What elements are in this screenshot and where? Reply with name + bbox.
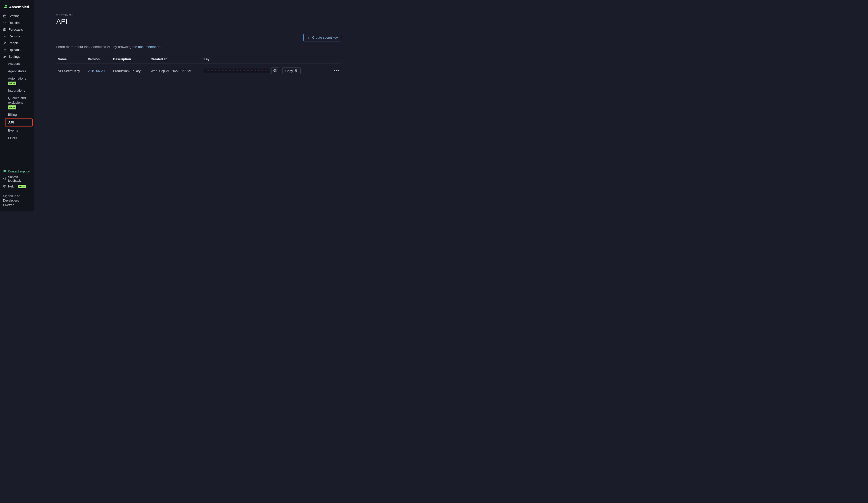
sidebar-sub-automations[interactable]: Automations NEW bbox=[5, 75, 33, 87]
people-icon bbox=[3, 41, 7, 45]
question-icon bbox=[3, 185, 6, 189]
th-version: Version bbox=[86, 55, 112, 64]
app-logo[interactable]: Assembled bbox=[0, 0, 34, 12]
sidebar-item-realtime[interactable]: Realtime bbox=[0, 19, 34, 26]
cell-created: Wed, Sep 21, 2022 2:27 AM bbox=[149, 64, 202, 78]
submit-feedback-link[interactable]: Submit feedback bbox=[1, 175, 32, 184]
upload-icon bbox=[3, 48, 7, 52]
th-name: Name bbox=[56, 55, 86, 64]
api-keys-table: Name Version Description Created at Key … bbox=[56, 55, 341, 78]
help-link[interactable]: Help NEW bbox=[1, 184, 32, 189]
sidebar-item-people[interactable]: People bbox=[0, 40, 34, 46]
megaphone-icon bbox=[3, 177, 6, 181]
sidebar-sub-events[interactable]: Events bbox=[5, 127, 33, 134]
account-switcher[interactable]: Signed in as Developers Fivetran bbox=[1, 193, 32, 208]
create-secret-key-button[interactable]: ＋ Create secret key bbox=[303, 34, 341, 41]
map-icon bbox=[3, 28, 7, 31]
sidebar-item-label: Forecasts bbox=[9, 28, 23, 31]
sidebar-sub-agent-states[interactable]: Agent states bbox=[5, 67, 33, 75]
signed-in-label: Signed in as bbox=[3, 194, 31, 198]
create-secret-key-label: Create secret key bbox=[312, 36, 338, 39]
breadcrumb: SETTINGS bbox=[56, 13, 341, 17]
sidebar-item-uploads[interactable]: Uploads bbox=[0, 46, 34, 53]
sidebar-item-settings[interactable]: Settings bbox=[0, 53, 34, 60]
sidebar-item-label: Reports bbox=[9, 34, 20, 38]
plus-icon: ＋ bbox=[307, 36, 310, 39]
row-actions: ••••••••••••••••••••••••••••••••••••••••… bbox=[204, 67, 340, 74]
help-label: Help bbox=[8, 185, 14, 188]
sidebar-sub-account[interactable]: Account bbox=[5, 60, 33, 67]
th-created: Created at bbox=[149, 55, 202, 64]
tools-icon bbox=[3, 55, 7, 59]
sidebar-item-reports[interactable]: Reports bbox=[0, 33, 34, 40]
chat-icon bbox=[3, 169, 6, 174]
svg-point-5 bbox=[275, 70, 276, 71]
table-header-row: Name Version Description Created at Key bbox=[56, 55, 341, 64]
svg-rect-0 bbox=[3, 15, 6, 17]
sidebar-item-forecasts[interactable]: Forecasts bbox=[0, 26, 34, 33]
sidebar-sub-integrations[interactable]: Integrations bbox=[5, 87, 33, 94]
sidebar-item-label: Settings bbox=[9, 55, 20, 59]
sidebar-sub-queues-exclusions[interactable]: Queues and exclusions NEW bbox=[5, 94, 33, 111]
sidebar-item-label: People bbox=[9, 41, 19, 45]
sidebar-item-label: Automations bbox=[8, 76, 26, 80]
new-badge: NEW bbox=[18, 185, 26, 188]
row-menu-button[interactable]: ••• bbox=[334, 68, 339, 74]
sidebar-item-label: Staffing bbox=[9, 14, 20, 18]
chevron-down-icon bbox=[29, 198, 32, 203]
intro-prefix: Learn more about the Assembled API by br… bbox=[56, 45, 138, 49]
chart-line-icon bbox=[3, 35, 7, 38]
sidebar-item-staffing[interactable]: Staffing bbox=[0, 12, 34, 19]
submit-feedback-label: Submit feedback bbox=[8, 176, 31, 182]
sidebar-sub-billing[interactable]: Billing bbox=[5, 111, 33, 118]
new-badge: NEW bbox=[8, 105, 16, 109]
divider bbox=[2, 191, 31, 191]
intro-text: Learn more about the Assembled API by br… bbox=[56, 45, 341, 49]
th-actions bbox=[302, 55, 341, 64]
logo-mark-icon bbox=[3, 4, 8, 9]
main-content: SETTINGS API ＋ Create secret key Learn m… bbox=[34, 0, 364, 211]
signed-in-company: Fivetran bbox=[3, 203, 31, 207]
eye-icon bbox=[273, 69, 277, 73]
cell-description: Production API key bbox=[112, 64, 149, 78]
table-row: API Secret Key 2019-06-20 Production API… bbox=[56, 64, 341, 78]
intro-suffix: . bbox=[160, 45, 161, 49]
cell-version-link[interactable]: 2019-06-20 bbox=[88, 69, 105, 73]
gauge-icon bbox=[3, 21, 7, 24]
sidebar: Assembled Staffing Realtime Forecasts Re… bbox=[0, 0, 34, 211]
sidebar-footer: Contact support Submit feedback Help NEW… bbox=[0, 167, 34, 211]
cell-name: API Secret Key bbox=[56, 64, 86, 78]
sidebar-item-label: Queues and exclusions bbox=[8, 96, 26, 104]
contact-support-label: Contact support bbox=[8, 170, 30, 173]
copy-label: Copy bbox=[285, 69, 293, 73]
contact-support-link[interactable]: Contact support bbox=[1, 168, 32, 175]
documentation-link[interactable]: documentation bbox=[138, 45, 161, 49]
th-key: Key bbox=[202, 55, 302, 64]
nav: Staffing Realtime Forecasts Reports Peop… bbox=[0, 12, 34, 167]
signed-in-org: Developers bbox=[3, 198, 31, 203]
sidebar-subnav: Account Agent states Automations NEW Int… bbox=[0, 60, 34, 142]
copy-key-button[interactable]: Copy bbox=[282, 67, 301, 74]
svg-point-2 bbox=[5, 42, 6, 42]
sidebar-item-label: Uploads bbox=[9, 48, 21, 52]
sidebar-sub-api[interactable]: API bbox=[5, 118, 33, 126]
sidebar-item-label: Realtime bbox=[9, 21, 21, 24]
th-description: Description bbox=[112, 55, 149, 64]
app-name: Assembled bbox=[9, 5, 29, 9]
sidebar-sub-filters[interactable]: Filters bbox=[5, 134, 33, 142]
briefcase-icon bbox=[3, 14, 7, 18]
new-badge: NEW bbox=[8, 82, 16, 86]
svg-point-1 bbox=[4, 42, 5, 43]
reveal-key-button[interactable] bbox=[271, 67, 279, 74]
copy-icon bbox=[294, 69, 298, 73]
masked-key: ••••••••••••••••••••••••••••••••••••••••… bbox=[204, 69, 269, 73]
page-title: API bbox=[56, 18, 341, 25]
page-toolbar: ＋ Create secret key bbox=[56, 34, 341, 41]
